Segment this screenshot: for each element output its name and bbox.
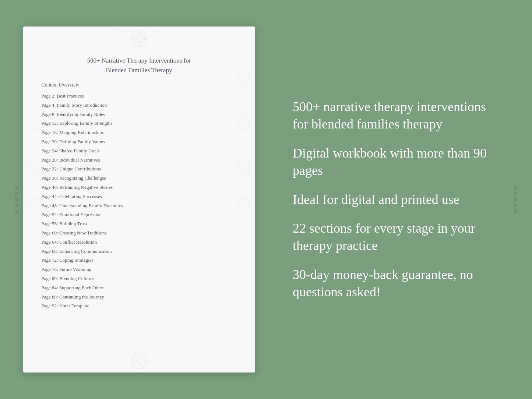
svg-point-25: [103, 33, 109, 44]
toc-item: Page 56: Building Trust: [42, 220, 237, 228]
feature-text-2: Ideal for digital and printed use: [293, 191, 503, 208]
toc-item: Page 8: Identifying Family Roles: [42, 111, 237, 119]
svg-point-39: [237, 159, 251, 174]
svg-point-26: [169, 33, 175, 44]
toc-item: Page 28: Individual Narratives: [42, 156, 237, 164]
svg-point-47: [153, 353, 162, 368]
doc-left-side-deco: [25, 49, 43, 350]
toc-item: Page 80: Blending Cultures: [42, 275, 237, 283]
doc-top-decoration: [23, 27, 255, 49]
toc-item: Page 52: Emotional Expression: [42, 211, 237, 219]
svg-point-30: [29, 117, 39, 127]
toc-item: Page 44: Celebrating Successes: [42, 193, 237, 201]
toc-item: Page 40: Reframing Negative Stories: [42, 184, 237, 191]
document-card: 500+ Narrative Therapy Interventions for…: [23, 27, 255, 372]
toc-item: Page 16: Mapping Relationships: [42, 129, 237, 137]
toc-item: Page 36: Recognizing Challenges: [42, 174, 237, 182]
feature-text-3: 22 sections for every stage in your ther…: [293, 220, 503, 254]
svg-point-46: [116, 353, 125, 368]
toc-item: Page 12: Exploring Family Strengths: [42, 120, 237, 127]
svg-point-27: [27, 71, 42, 85]
feature-text-4: 30-day money-back guarantee, no question…: [293, 266, 503, 301]
svg-point-48: [103, 356, 109, 366]
toc-list: Page 2: Best PracticesPage 4: Family Sto…: [42, 92, 237, 310]
svg-point-23: [116, 31, 125, 46]
toc-item: Page 60: Creating New Traditions: [42, 229, 237, 237]
right-panel: 500+ narrative therapy interventions for…: [278, 0, 532, 399]
svg-point-22: [136, 36, 142, 42]
svg-point-44: [134, 355, 145, 366]
doc-right-side-deco: [235, 49, 253, 350]
svg-point-41: [237, 196, 251, 211]
svg-point-36: [239, 73, 249, 83]
toc-item: Page 32: Unique Contributions: [42, 165, 237, 173]
svg-point-28: [29, 73, 39, 83]
feature-text-1: Digital workbook with more than 90 pages: [293, 145, 503, 179]
svg-point-37: [237, 115, 251, 130]
toc-item: Page 64: Conflict Resolution: [42, 239, 237, 246]
svg-point-32: [29, 162, 39, 171]
svg-point-24: [153, 31, 162, 46]
toc-item: Page 2: Best Practices: [42, 92, 237, 100]
toc-item: Page 68: Enhancing Communication: [42, 248, 237, 255]
svg-point-33: [27, 196, 42, 211]
left-panel: 500+ Narrative Therapy Interventions for…: [0, 0, 278, 399]
feature-text-0: 500+ narrative therapy interventions for…: [293, 98, 503, 133]
svg-point-38: [239, 117, 249, 127]
toc-item: Page 20: Defining Family Values: [42, 138, 237, 146]
toc-item: Page 72: Coping Strategies: [42, 257, 237, 264]
toc-item: Page 88: Continuing the Journey: [42, 293, 237, 301]
document-title: 500+ Narrative Therapy Interventions for…: [42, 56, 237, 75]
svg-point-35: [237, 71, 251, 85]
svg-point-42: [239, 198, 249, 208]
toc-item: Page 92: Notes Template: [42, 302, 237, 310]
svg-point-49: [169, 356, 175, 366]
toc-item: Page 4: Family Story Introduction: [42, 102, 237, 109]
content-overview-label: Content Overview:: [42, 82, 237, 88]
svg-point-34: [29, 198, 39, 208]
toc-item: Page 48: Understanding Family Dynamics: [42, 202, 237, 210]
doc-bottom-decoration: [23, 350, 255, 372]
svg-point-45: [136, 358, 142, 364]
toc-item: Page 84: Supporting Each Other: [42, 284, 237, 292]
toc-item: Page 76: Future Visioning: [42, 266, 237, 273]
svg-point-40: [239, 162, 249, 171]
svg-point-31: [27, 159, 42, 174]
toc-item: Page 24: Shared Family Goals: [42, 147, 237, 155]
svg-point-29: [27, 115, 42, 130]
